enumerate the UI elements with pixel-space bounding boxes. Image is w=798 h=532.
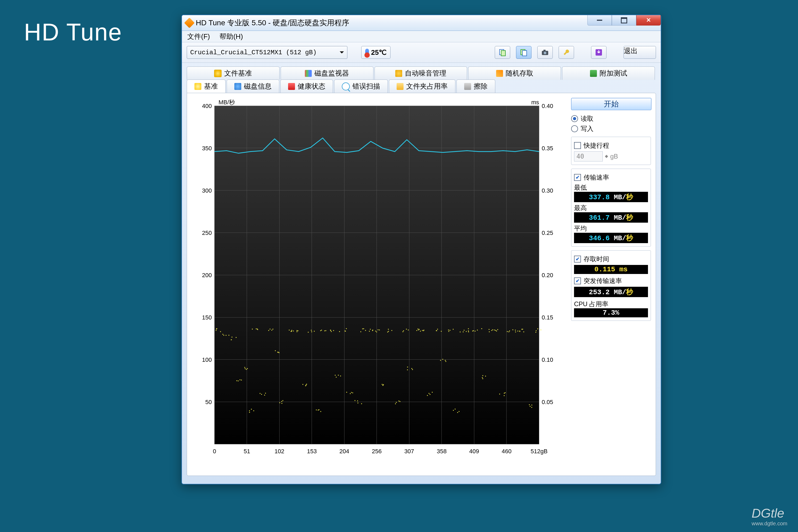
- svg-text:0.35: 0.35: [542, 145, 553, 152]
- svg-rect-169: [306, 385, 306, 385]
- copy-green-icon: [520, 49, 528, 56]
- menu-file[interactable]: 文件(F): [187, 32, 210, 41]
- exit-button[interactable]: 退出: [624, 46, 656, 59]
- svg-rect-81: [369, 331, 370, 332]
- tab-benchmark[interactable]: 基准: [187, 79, 226, 93]
- svg-rect-238: [436, 330, 437, 331]
- svg-rect-59: [228, 335, 229, 336]
- svg-rect-88: [416, 330, 417, 331]
- burst-checkbox[interactable]: 突发传输速率: [574, 277, 648, 285]
- svg-rect-231: [387, 332, 388, 332]
- mode-read-row[interactable]: 读取: [571, 114, 651, 123]
- app-icon: [184, 18, 195, 28]
- svg-text:300: 300: [202, 187, 212, 194]
- svg-rect-134: [396, 402, 397, 403]
- svg-rect-253: [537, 328, 538, 329]
- svg-rect-209: [247, 368, 248, 369]
- quick-checkbox[interactable]: 快捷行程: [574, 141, 648, 150]
- svg-rect-199: [505, 392, 506, 393]
- svg-rect-229: [376, 331, 377, 332]
- svg-rect-94: [455, 408, 455, 410]
- wrench-icon: [563, 49, 570, 56]
- svg-rect-91: [437, 329, 438, 329]
- tab-erase[interactable]: 擦除: [456, 79, 495, 93]
- svg-text:0.20: 0.20: [542, 272, 553, 279]
- svg-text:0.40: 0.40: [542, 103, 553, 109]
- svg-rect-149: [497, 329, 498, 330]
- svg-rect-208: [240, 379, 241, 380]
- svg-rect-133: [388, 331, 389, 332]
- tab-aam[interactable]: 自动噪音管理: [375, 66, 467, 80]
- svg-rect-65: [260, 393, 261, 394]
- svg-rect-223: [338, 375, 339, 376]
- benchmark-panel: MB/秒 ms 50100150200250300350400 0.050.10…: [187, 93, 656, 476]
- svg-rect-244: [475, 331, 476, 331]
- svg-rect-125: [336, 377, 337, 377]
- access-checkbox[interactable]: 存取时间: [574, 255, 648, 263]
- transfer-checkbox[interactable]: 传输速率: [574, 173, 648, 182]
- svg-rect-108: [224, 335, 224, 336]
- svg-rect-85: [400, 401, 400, 402]
- close-button[interactable]: ✕: [636, 15, 661, 25]
- menu-help[interactable]: 帮助(H): [220, 32, 243, 41]
- checkbox-icon: [574, 174, 581, 181]
- tab-random-access[interactable]: 随机存取: [468, 66, 561, 80]
- svg-rect-63: [251, 409, 252, 410]
- svg-rect-152: [515, 331, 516, 332]
- quick-value-spinner[interactable]: 40 gB: [574, 151, 648, 162]
- svg-rect-146: [473, 330, 474, 331]
- svg-rect-122: [320, 411, 321, 412]
- svg-rect-245: [482, 378, 483, 379]
- tab-health[interactable]: 健康状态: [280, 79, 333, 93]
- maximize-button[interactable]: [612, 15, 636, 25]
- copy-info-button[interactable]: [495, 46, 510, 59]
- tab-info[interactable]: 磁盘信息: [227, 79, 279, 93]
- tab-file-benchmark[interactable]: 文件基准: [187, 66, 280, 80]
- svg-rect-207: [231, 339, 232, 340]
- tab-disk-monitor[interactable]: 磁盘监视器: [281, 66, 374, 80]
- tab-folder[interactable]: 文件夹占用率: [389, 79, 455, 93]
- titlebar[interactable]: HD Tune 专业版 5.50 - 硬盘/固态硬盘实用程序 ✕: [182, 15, 661, 31]
- svg-rect-74: [321, 330, 322, 331]
- svg-rect-90: [430, 394, 431, 395]
- svg-rect-185: [407, 366, 408, 367]
- svg-rect-217: [297, 330, 298, 331]
- svg-rect-221: [320, 330, 321, 331]
- screenshot-button[interactable]: [537, 46, 553, 59]
- drive-select[interactable]: Crucial_Crucial_CT512MX1 (512 gB): [187, 46, 347, 59]
- mode-write-row[interactable]: 写入: [571, 125, 651, 133]
- svg-rect-228: [370, 329, 371, 329]
- svg-rect-196: [485, 376, 486, 376]
- svg-rect-68: [279, 402, 280, 403]
- svg-text:51: 51: [244, 448, 250, 455]
- svg-rect-250: [515, 330, 516, 331]
- benchmark-chart: MB/秒 ms 50100150200250300350400 0.050.10…: [192, 98, 566, 471]
- svg-rect-127: [352, 392, 353, 393]
- svg-rect-242: [464, 330, 464, 331]
- svg-rect-252: [531, 407, 532, 408]
- svg-rect-111: [245, 368, 246, 369]
- save-button[interactable]: [591, 46, 607, 59]
- drive-select-value: Crucial_Crucial_CT512MX1 (512 gB): [190, 49, 317, 56]
- svg-text:409: 409: [469, 448, 479, 455]
- copy-screenshot-button[interactable]: [516, 46, 531, 59]
- temperature-indicator: 25℃: [361, 46, 391, 59]
- svg-rect-166: [281, 401, 282, 402]
- svg-rect-219: [311, 330, 312, 331]
- benchmark-side-panel: 开始 读取 写入 快捷行程 40 gB: [571, 98, 651, 471]
- svg-rect-92: [445, 360, 445, 361]
- avg-label: 平均: [574, 224, 648, 233]
- tab-error-scan[interactable]: 错误扫描: [334, 79, 388, 93]
- slide-title: HD Tune: [24, 19, 122, 46]
- start-button[interactable]: 开始: [571, 98, 651, 110]
- svg-rect-123: [324, 330, 325, 331]
- min-lcd: 337.8 MB/秒: [574, 192, 648, 202]
- svg-rect-191: [453, 329, 454, 329]
- minimize-button[interactable]: [587, 15, 612, 25]
- tab-extra-tests[interactable]: 附加测试: [562, 66, 655, 80]
- svg-rect-183: [395, 403, 396, 404]
- svg-text:358: 358: [437, 448, 446, 455]
- options-button[interactable]: [558, 46, 574, 59]
- svg-rect-184: [406, 329, 407, 329]
- svg-rect-174: [335, 375, 336, 376]
